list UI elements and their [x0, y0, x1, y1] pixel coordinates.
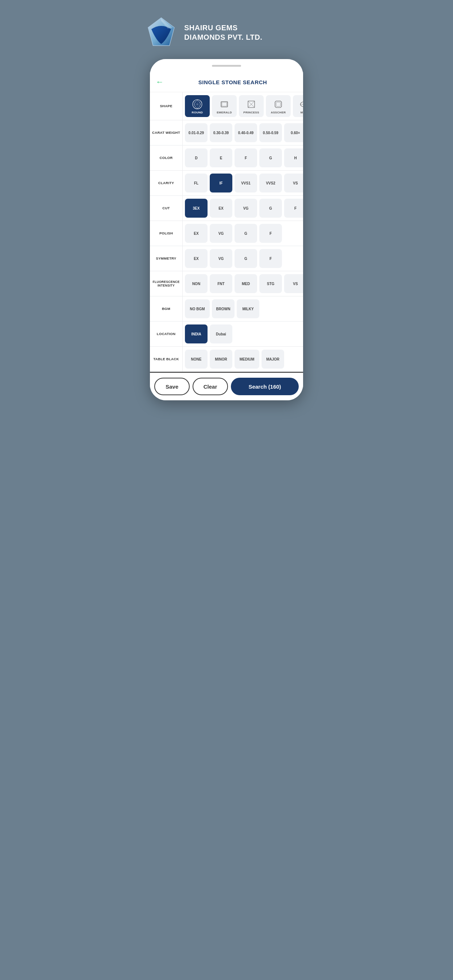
table-black-label: TABLE BLACK [150, 347, 183, 372]
color-chip-G[interactable]: G [259, 148, 282, 167]
shape-chip-round[interactable]: ROUND [185, 95, 210, 117]
clarity-chip-IF[interactable]: IF [210, 173, 232, 192]
fluorescence-chip-MED[interactable]: MED [234, 274, 257, 293]
carat-chip-3[interactable]: 0.50-0.59 [259, 123, 282, 142]
phone-frame: ← SINGLE STONE SEARCH SHAPE [150, 59, 303, 400]
bgm-chip-NOBGM[interactable]: NO BGM [185, 299, 210, 318]
svg-line-16 [251, 101, 255, 104]
fluorescence-options: NON FNT MED STG VS [183, 271, 303, 296]
polish-chip-G[interactable]: G [234, 224, 257, 243]
fluorescence-row: FLUORESCENCEINTENSITY NON FNT MED STG VS [150, 271, 303, 296]
clarity-row: CLARITY FL IF VVS1 VVS2 VS [150, 170, 303, 196]
svg-marker-20 [276, 102, 281, 107]
shape-chip-emerald-label: EMERALD [217, 111, 232, 114]
symmetry-chip-F[interactable]: F [259, 249, 282, 268]
shape-chip-marquise[interactable]: MAR... [293, 95, 303, 117]
location-row: LOCATION INDIA Dubai [150, 321, 303, 347]
symmetry-row: SYMMETRY EX VG G F [150, 246, 303, 271]
color-chip-E[interactable]: E [210, 148, 232, 167]
cut-chip-F[interactable]: F [284, 199, 303, 218]
clarity-options: FL IF VVS1 VVS2 VS [183, 170, 303, 196]
outer-wrapper: SHAIRU GEMS DIAMONDS PVT. LTD. ← SINGLE … [139, 7, 314, 400]
svg-line-18 [251, 104, 255, 108]
table-black-chip-NONE[interactable]: NONE [185, 350, 207, 369]
shape-chip-marquise-label: MAR... [301, 111, 303, 114]
cut-chip-3EX[interactable]: 3EX [185, 199, 207, 218]
cut-row: CUT 3EX EX VG G F [150, 196, 303, 221]
cut-options: 3EX EX VG G F [183, 196, 303, 221]
bgm-row: BGM NO BGM BROWN MILKY [150, 296, 303, 321]
polish-chip-EX[interactable]: EX [185, 224, 207, 243]
clarity-chip-VVS1[interactable]: VVS1 [234, 173, 257, 192]
notch-bar [212, 65, 241, 67]
symmetry-chip-EX[interactable]: EX [185, 249, 207, 268]
cut-label: CUT [150, 196, 183, 221]
bgm-chip-MILKY[interactable]: MILKY [237, 299, 259, 318]
shape-chip-princess[interactable]: PRINCESS [239, 95, 264, 117]
table-black-chip-MINOR[interactable]: MINOR [210, 350, 232, 369]
color-options: D E F G H [183, 145, 303, 170]
shape-chip-asscher-label: ASSCHER [271, 111, 286, 114]
shape-options: ROUND EMERALD [183, 92, 303, 120]
table-black-chip-MAJOR[interactable]: MAJOR [262, 350, 284, 369]
polish-chip-F[interactable]: F [259, 224, 282, 243]
location-chip-INDIA[interactable]: INDIA [185, 325, 207, 344]
color-chip-D[interactable]: D [185, 148, 207, 167]
symmetry-label: SYMMETRY [150, 246, 183, 271]
polish-row: POLISH EX VG G F [150, 221, 303, 246]
svg-rect-9 [222, 102, 227, 107]
carat-weight-label: CARAT WEIGHT [150, 120, 183, 145]
screen-title: SINGLE STONE SEARCH [168, 79, 297, 85]
clarity-chip-FL[interactable]: FL [185, 173, 207, 192]
fluorescence-label: FLUORESCENCEINTENSITY [150, 271, 183, 296]
clear-button[interactable]: Clear [193, 378, 228, 395]
table-black-options: NONE MINOR MEDIUM MAJOR [183, 347, 303, 372]
shape-chip-asscher[interactable]: ASSCHER [266, 95, 291, 117]
carat-weight-options: 0.01-0.29 0.30-0.39 0.40-0.49 0.50-0.59 … [183, 120, 303, 145]
location-chip-Dubai[interactable]: Dubai [210, 325, 232, 344]
bgm-chip-BROWN[interactable]: BROWN [212, 299, 234, 318]
phone-screen: ← SINGLE STONE SEARCH SHAPE [150, 72, 303, 400]
shape-label: SHAPE [150, 92, 183, 120]
cut-chip-EX[interactable]: EX [210, 199, 232, 218]
symmetry-chip-G[interactable]: G [234, 249, 257, 268]
clarity-chip-VVS2[interactable]: VVS2 [259, 173, 282, 192]
carat-chip-4[interactable]: 0.60+ [284, 123, 303, 142]
polish-label: POLISH [150, 221, 183, 246]
table-black-chip-MEDIUM[interactable]: MEDIUM [234, 350, 259, 369]
color-label: COLOR [150, 145, 183, 170]
app-header: SHAIRU GEMS DIAMONDS PVT. LTD. [139, 7, 314, 59]
bgm-label: BGM [150, 296, 183, 321]
location-label: LOCATION [150, 321, 183, 346]
polish-options: EX VG G F [183, 221, 303, 246]
shape-row: SHAPE ROUND [150, 92, 303, 120]
save-button[interactable]: Save [154, 378, 190, 395]
clarity-label: CLARITY [150, 170, 183, 196]
carat-chip-1[interactable]: 0.30-0.39 [210, 123, 232, 142]
company-logo [145, 16, 178, 49]
carat-chip-2[interactable]: 0.40-0.49 [234, 123, 257, 142]
search-button[interactable]: Search (160) [231, 378, 299, 395]
color-row: COLOR D E F G H [150, 145, 303, 170]
shape-chip-round-label: ROUND [192, 111, 203, 114]
fluorescence-chip-FNT[interactable]: FNT [210, 274, 232, 293]
carat-chip-0[interactable]: 0.01-0.29 [185, 123, 207, 142]
svg-line-17 [248, 104, 251, 108]
fluorescence-chip-STG[interactable]: STG [259, 274, 282, 293]
fluorescence-chip-VS[interactable]: VS [284, 274, 303, 293]
screen-header: ← SINGLE STONE SEARCH [150, 72, 303, 92]
color-chip-H[interactable]: H [284, 148, 303, 167]
location-options: INDIA Dubai [183, 321, 303, 346]
fluorescence-chip-NON[interactable]: NON [185, 274, 207, 293]
carat-weight-row: CARAT WEIGHT 0.01-0.29 0.30-0.39 0.40-0.… [150, 120, 303, 145]
polish-chip-VG[interactable]: VG [210, 224, 232, 243]
svg-line-15 [248, 101, 251, 104]
cut-chip-VG[interactable]: VG [234, 199, 257, 218]
clarity-chip-VS[interactable]: VS [284, 173, 303, 192]
shape-chip-emerald[interactable]: EMERALD [212, 95, 237, 117]
color-chip-F[interactable]: F [234, 148, 257, 167]
symmetry-chip-VG[interactable]: VG [210, 249, 232, 268]
shape-chip-princess-label: PRINCESS [243, 111, 259, 114]
cut-chip-G[interactable]: G [259, 199, 282, 218]
back-button[interactable]: ← [156, 77, 164, 87]
